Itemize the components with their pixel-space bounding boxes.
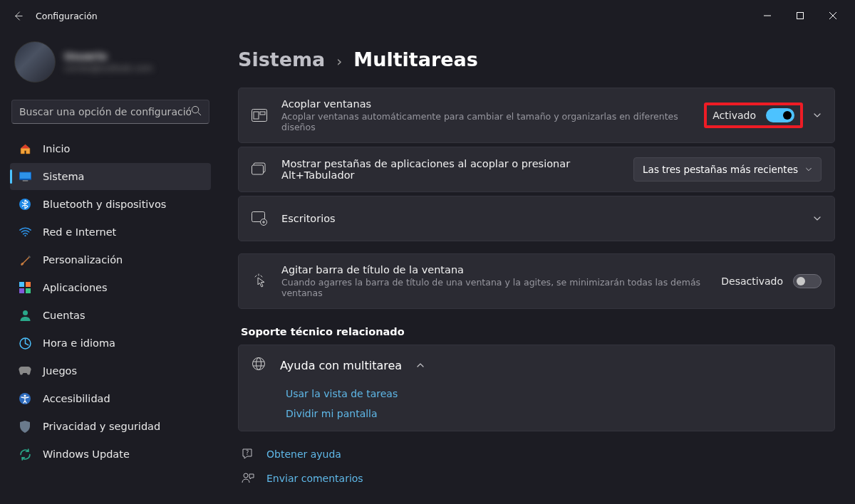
dropdown-value: Las tres pestañas más recientes — [643, 164, 798, 175]
help-link-split[interactable]: Dividir mi pantalla — [286, 408, 834, 419]
nav-apps[interactable]: Aplicaciones — [10, 274, 211, 301]
svg-rect-0 — [797, 13, 804, 19]
close-button[interactable] — [817, 4, 849, 27]
highlight-box: Activado — [704, 103, 803, 128]
nav-label: Juegos — [43, 365, 77, 377]
accessibility-icon — [19, 392, 31, 405]
nav-bluetooth[interactable]: Bluetooth y dispositivos — [10, 191, 211, 218]
svg-text:?: ? — [246, 450, 249, 456]
svg-rect-10 — [26, 288, 31, 293]
cursor-shake-icon — [252, 273, 267, 289]
svg-rect-4 — [22, 180, 28, 181]
chevron-down-icon[interactable] — [813, 109, 822, 122]
globe-clock-icon — [19, 337, 31, 350]
svg-rect-19 — [252, 165, 264, 174]
snap-layout-icon — [252, 107, 267, 123]
link-label: Enviar comentarios — [266, 473, 363, 484]
snap-toggle[interactable] — [766, 108, 794, 122]
card-subtitle: Acoplar ventanas automáticamente para ca… — [281, 111, 690, 132]
gamepad-icon — [19, 364, 31, 377]
nav-privacy[interactable]: Privacidad y seguridad — [10, 413, 211, 440]
alttab-dropdown[interactable]: Las tres pestañas más recientes — [633, 157, 822, 182]
nav-label: Sistema — [43, 171, 84, 182]
update-icon — [19, 448, 31, 461]
link-label: Obtener ayuda — [266, 448, 341, 460]
minimize-button[interactable] — [751, 4, 784, 27]
bluetooth-icon — [19, 198, 31, 211]
nav-time[interactable]: Hora e idioma — [10, 330, 211, 357]
breadcrumb: Sistema › Multitareas — [238, 48, 835, 70]
nav-network[interactable]: Red e Internet — [10, 219, 211, 246]
breadcrumb-parent[interactable]: Sistema — [238, 48, 325, 70]
maximize-button[interactable] — [784, 4, 817, 27]
card-snap-windows[interactable]: Acoplar ventanas Acoplar ventanas automá… — [238, 88, 835, 143]
search-input[interactable] — [19, 106, 191, 117]
search-box[interactable] — [11, 100, 209, 124]
nav-update[interactable]: Windows Update — [10, 441, 211, 468]
svg-point-22 — [253, 358, 265, 370]
footer-links: ? Obtener ayuda Enviar comentarios — [238, 447, 835, 485]
svg-rect-17 — [260, 112, 265, 115]
svg-point-1 — [192, 106, 198, 112]
search-icon — [191, 105, 202, 119]
shake-toggle[interactable] — [793, 274, 822, 288]
svg-point-6 — [24, 235, 26, 236]
person-icon — [19, 309, 31, 322]
sidebar: Usuario correo@outlook.com Inicio Sistem… — [0, 31, 221, 504]
nav-label: Bluetooth y dispositivos — [43, 199, 166, 210]
svg-point-25 — [244, 473, 248, 478]
help-expander[interactable]: Ayuda con multitarea — [239, 345, 834, 385]
svg-rect-8 — [26, 282, 31, 287]
home-icon — [19, 142, 31, 155]
nav-label: Windows Update — [43, 448, 130, 460]
desktops-icon — [252, 211, 267, 226]
profile-email: correo@outlook.com — [64, 63, 152, 73]
apps-icon — [19, 281, 31, 294]
wifi-icon — [19, 226, 31, 238]
chevron-right-icon: › — [336, 53, 342, 70]
system-icon — [19, 170, 31, 183]
chevron-down-icon[interactable] — [813, 212, 822, 226]
profile-text: Usuario correo@outlook.com — [64, 51, 152, 73]
get-help-link[interactable]: ? Obtener ayuda — [238, 447, 835, 461]
nav-label: Inicio — [43, 143, 70, 154]
web-help-icon — [252, 357, 266, 374]
svg-rect-16 — [254, 112, 259, 119]
chevron-up-icon — [416, 359, 425, 372]
feedback-icon — [241, 471, 255, 485]
help-icon: ? — [241, 447, 255, 461]
nav-label: Personalización — [43, 254, 123, 266]
help-link-taskview[interactable]: Usar la vista de tareas — [286, 388, 834, 399]
card-desktops[interactable]: Escritorios — [238, 196, 835, 241]
avatar — [14, 41, 56, 83]
nav-accessibility[interactable]: Accesibilidad — [10, 385, 211, 412]
svg-rect-3 — [19, 172, 30, 179]
back-button[interactable] — [6, 4, 30, 28]
nav-label: Accesibilidad — [43, 393, 110, 404]
nav-gaming[interactable]: Juegos — [10, 357, 211, 384]
nav-system[interactable]: Sistema — [10, 163, 211, 190]
nav-label: Aplicaciones — [43, 282, 108, 293]
tabs-icon — [252, 162, 267, 177]
nav-accounts[interactable]: Cuentas — [10, 302, 211, 329]
card-title: Mostrar pestañas de aplicaciones al acop… — [281, 158, 619, 181]
nav-label: Hora e idioma — [43, 337, 115, 349]
profile-block[interactable]: Usuario correo@outlook.com — [7, 41, 214, 87]
svg-rect-9 — [19, 288, 24, 293]
chevron-down-icon — [805, 166, 812, 173]
nav-label: Privacidad y seguridad — [43, 421, 160, 432]
card-alttab[interactable]: Mostrar pestañas de aplicaciones al acop… — [238, 147, 835, 192]
support-heading: Soporte técnico relacionado — [241, 326, 835, 337]
help-card: Ayuda con multitarea Usar la vista de ta… — [238, 345, 835, 431]
main-panel: Sistema › Multitareas Acoplar ventanas A… — [221, 31, 855, 504]
titlebar: Configuración — [0, 0, 855, 31]
page-title: Multitareas — [353, 48, 478, 70]
nav-personalization[interactable]: Personalización — [10, 246, 211, 273]
card-title: Agitar barra de título de la ventana — [281, 264, 707, 275]
svg-rect-7 — [19, 282, 24, 287]
nav-home[interactable]: Inicio — [10, 135, 211, 162]
shield-icon — [19, 420, 31, 433]
toggle-state-label: Activado — [712, 110, 756, 121]
feedback-link[interactable]: Enviar comentarios — [238, 471, 835, 485]
card-title: Acoplar ventanas — [281, 98, 690, 110]
